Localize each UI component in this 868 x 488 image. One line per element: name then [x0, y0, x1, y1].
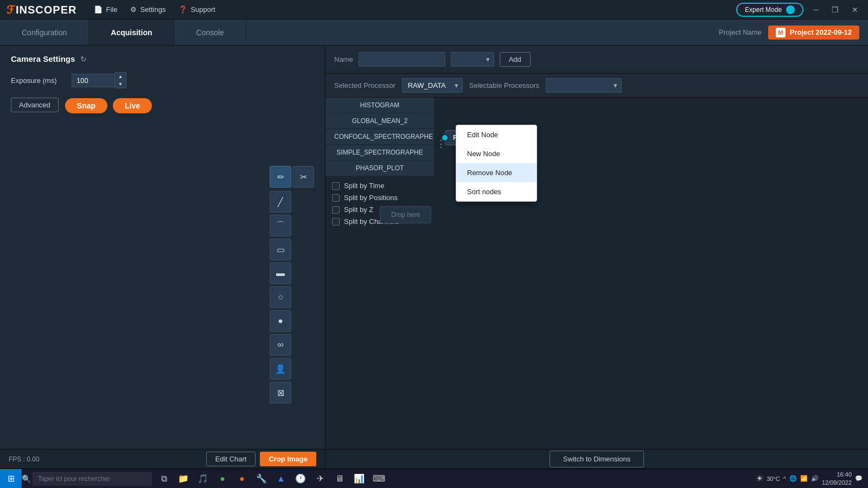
scissors-tool-button[interactable]: ✂: [292, 166, 314, 188]
exposure-input[interactable]: [72, 74, 115, 87]
selectable-processors-dropdown[interactable]: [546, 78, 622, 93]
pencil-tool-button[interactable]: ✏: [270, 166, 291, 188]
taskbar-icon-task-view[interactable]: ⧉: [154, 469, 174, 489]
notification-icon[interactable]: 💬: [855, 475, 863, 482]
support-icon: ❓: [178, 5, 187, 14]
split-positions-checkbox[interactable]: [332, 194, 340, 202]
crop-image-button[interactable]: Crop Image: [260, 452, 316, 466]
title-bar-controls: Expert Mode ─ ❒ ✕: [736, 3, 861, 17]
rect-fill-tool-button[interactable]: ▬: [270, 262, 291, 284]
selected-processor-dropdown-wrap[interactable]: RAW_DATA ▾: [402, 78, 463, 93]
start-button[interactable]: ⊞: [0, 469, 22, 489]
taskbar-icon-clock[interactable]: 🕐: [291, 469, 310, 489]
split-positions-label: Split by Positions: [344, 194, 398, 202]
tab-acquisition[interactable]: Acquisition: [89, 20, 174, 45]
curve-tool-button[interactable]: ⌒: [270, 215, 291, 236]
taskbar-icon-app5[interactable]: 🖥: [330, 469, 349, 489]
restore-button[interactable]: ❒: [828, 4, 842, 15]
split-z-label: Split by Z: [344, 206, 373, 214]
spin-down-button[interactable]: ▼: [115, 80, 126, 88]
person-tool-button[interactable]: 👤: [270, 358, 291, 380]
split-time-label: Split by Time: [344, 182, 384, 190]
left-panel-bottom-bar: FPS : 0.00 Edit Chart Crop Image: [0, 449, 325, 468]
settings-menu[interactable]: ⚙ Settings: [130, 5, 165, 14]
advanced-row: Advanced Snap Live: [11, 96, 314, 113]
live-button[interactable]: Live: [113, 98, 152, 113]
task-view-icon: ⧉: [161, 474, 167, 484]
proc-phasor-plot[interactable]: PHASOR_PLOT: [326, 160, 434, 176]
context-edit-node[interactable]: Edit Node: [456, 125, 537, 144]
switch-dimensions-button[interactable]: Switch to Dimensions: [550, 451, 644, 467]
expert-mode-label: Expert Mode: [745, 6, 782, 14]
project-name-value: Project 2022-09-12: [790, 28, 852, 36]
taskbar-search-input[interactable]: [33, 472, 152, 486]
windows-icon: ⊞: [8, 473, 15, 484]
search-icon-btn[interactable]: 🔍: [22, 469, 30, 489]
edit-chart-button[interactable]: Edit Chart: [206, 452, 256, 466]
selectable-processors-dropdown-wrap[interactable]: ▾: [546, 78, 622, 93]
taskbar-icon-chrome[interactable]: ●: [213, 469, 232, 489]
tab-bar: Configuration Acquisition Console Projec…: [0, 20, 868, 46]
drop-here-label: Drop here: [391, 211, 420, 219]
drop-here-area[interactable]: Drop here: [380, 206, 431, 223]
file-menu[interactable]: 📄 File: [94, 5, 117, 14]
expert-mode-button[interactable]: Expert Mode: [736, 3, 803, 17]
freeform-tool-button[interactable]: ∞: [270, 334, 291, 356]
expert-mode-toggle[interactable]: [786, 5, 795, 14]
rect-outline-tool-button[interactable]: ▭: [270, 239, 291, 260]
close-button[interactable]: ✕: [848, 4, 861, 15]
split-time-checkbox[interactable]: [332, 182, 340, 190]
split-z-checkbox[interactable]: [332, 206, 340, 214]
project-badge[interactable]: M Project 2022-09-12: [768, 25, 859, 40]
split-time-option[interactable]: Split by Time: [332, 182, 427, 190]
spin-up-button[interactable]: ▲: [115, 73, 126, 80]
camera-settings-title: Camera Settings: [11, 54, 75, 63]
taskbar-icon-editor[interactable]: ⌨: [369, 469, 388, 489]
name-input[interactable]: [359, 52, 445, 67]
refresh-icon[interactable]: ↻: [80, 55, 87, 63]
line-tool-button[interactable]: ╱: [270, 191, 291, 213]
tab-configuration[interactable]: Configuration: [0, 20, 89, 45]
system-tray-up[interactable]: ^: [783, 476, 786, 482]
taskbar-icon-explorer[interactable]: 📁: [174, 469, 193, 489]
context-remove-node[interactable]: Remove Node: [456, 163, 537, 182]
title-bar-nav: 📄 File ⚙ Settings ❓ Support: [94, 5, 215, 14]
taskbar-icon-app6[interactable]: 📊: [349, 469, 369, 489]
proc-simple-spectrographe[interactable]: SIMPLE_SPECTROGRAPHE: [326, 145, 434, 160]
circle-fill-tool-button[interactable]: ●: [270, 310, 291, 332]
cross-tool-button[interactable]: ⊠: [270, 382, 291, 403]
context-new-node[interactable]: New Node: [456, 144, 537, 163]
add-button[interactable]: Add: [500, 52, 531, 67]
taskbar-right: ☀ 30°C ^ 🌐 📶 🔊 16:40 12/09/2022 💬: [756, 471, 868, 486]
exposure-input-wrap: ▲ ▼: [72, 72, 126, 88]
proc-histogram[interactable]: HISTOGRAM: [326, 98, 434, 113]
taskbar-icon-app4[interactable]: ✈: [310, 469, 330, 489]
project-icon: M: [776, 28, 786, 37]
taskbar-time-value: 16:40: [822, 471, 852, 478]
name-dropdown-wrap[interactable]: ▾: [451, 52, 494, 67]
left-panel: Camera Settings ↻ Exposure (ms) ▲ ▼ Adva…: [0, 46, 326, 468]
action-buttons: Snap Live: [65, 98, 152, 113]
app-logo: ℱINSCOPER: [7, 3, 76, 16]
settings-label: Settings: [140, 5, 165, 14]
taskbar-icon-app2[interactable]: 🔧: [252, 469, 271, 489]
tab-console[interactable]: Console: [175, 20, 246, 45]
name-dropdown[interactable]: [451, 52, 494, 67]
circle-outline-tool-button[interactable]: ○: [270, 286, 291, 308]
proc-global-mean-2[interactable]: GLOBAL_MEAN_2: [326, 113, 434, 129]
minimize-button[interactable]: ─: [810, 4, 822, 15]
settings-icon: ⚙: [130, 5, 137, 14]
selected-processor-dropdown[interactable]: RAW_DATA: [402, 78, 463, 93]
context-sort-nodes[interactable]: Sort nodes: [456, 182, 537, 201]
split-channels-checkbox[interactable]: [332, 218, 340, 226]
taskbar-icon-app3[interactable]: ▲: [271, 469, 291, 489]
context-menu: Edit Node New Node Remove Node Sort node…: [456, 125, 537, 202]
snap-button[interactable]: Snap: [65, 98, 107, 113]
support-menu[interactable]: ❓ Support: [178, 5, 215, 14]
taskbar-icon-app1[interactable]: 🎵: [193, 469, 213, 489]
advanced-button[interactable]: Advanced: [11, 98, 59, 112]
split-positions-option[interactable]: Split by Positions: [332, 194, 427, 202]
proc-confocal-spectrographe[interactable]: CONFOCAL_SPECTROGRAPHE: [326, 129, 434, 145]
taskbar-icon-firefox[interactable]: ●: [232, 469, 252, 489]
taskbar-temperature: 30°C: [767, 476, 780, 482]
